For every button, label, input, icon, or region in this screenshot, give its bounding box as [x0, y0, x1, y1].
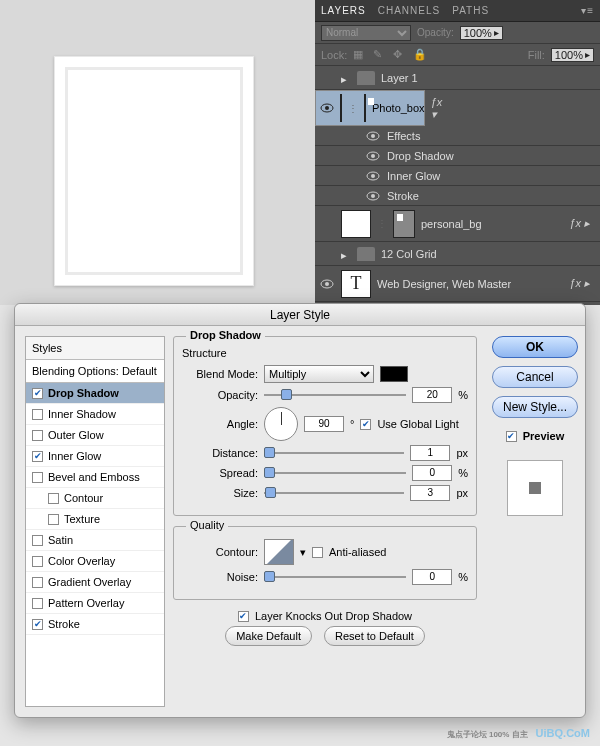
lock-label: Lock:	[321, 49, 347, 61]
spread-input[interactable]: 0	[412, 465, 452, 481]
layer-row-text[interactable]: T Web Designer, Web Master ƒx ▸	[315, 266, 600, 302]
panel-menu-icon[interactable]: ▾≡	[581, 5, 594, 16]
style-item-inner-glow[interactable]: ✔Inner Glow	[26, 446, 164, 467]
fill-label: Fill:	[528, 49, 545, 61]
eye-icon[interactable]	[319, 217, 335, 231]
eye-icon[interactable]	[319, 71, 335, 85]
style-checkbox[interactable]: ✔	[32, 451, 43, 462]
blend-mode-select[interactable]: Multiply	[264, 365, 374, 383]
layer-row-grid[interactable]: ▸ 12 Col Grid	[315, 242, 600, 266]
disclosure-icon[interactable]: ▸	[341, 249, 351, 259]
layer-row-layer1[interactable]: ▸ Layer 1	[315, 66, 600, 90]
knocks-out-checkbox[interactable]: ✔	[238, 611, 249, 622]
panel-tabs: LAYERS CHANNELS PATHS ▾≡	[315, 0, 600, 22]
fx-badge[interactable]: ƒx ▸	[569, 277, 596, 290]
fill-value[interactable]: 100% ▸	[551, 48, 594, 62]
lock-position-icon[interactable]: ✥	[393, 48, 407, 62]
style-checkbox[interactable]: ✔	[32, 388, 43, 399]
style-item-gradient-overlay[interactable]: Gradient Overlay	[26, 572, 164, 593]
layer-row-personal-bg[interactable]: ⋮ personal_bg ƒx ▸	[315, 206, 600, 242]
style-item-inner-shadow[interactable]: Inner Shadow	[26, 404, 164, 425]
effects-header[interactable]: Effects	[315, 126, 600, 146]
use-global-checkbox[interactable]: ✔	[360, 419, 371, 430]
style-checkbox[interactable]	[32, 409, 43, 420]
style-item-drop-shadow[interactable]: ✔Drop Shadow	[26, 383, 164, 404]
style-item-contour[interactable]: Contour	[26, 488, 164, 509]
layer-thumb	[340, 94, 342, 122]
angle-input[interactable]: 90	[304, 416, 344, 432]
dialog-title: Layer Style	[15, 304, 585, 326]
eye-icon[interactable]	[319, 277, 335, 291]
tab-channels[interactable]: CHANNELS	[378, 5, 440, 16]
lock-all-icon[interactable]: 🔒	[413, 48, 427, 62]
reset-default-button[interactable]: Reset to Default	[324, 626, 425, 646]
effect-inner-glow[interactable]: Inner Glow	[315, 166, 600, 186]
eye-icon[interactable]	[365, 129, 381, 143]
eye-icon[interactable]	[365, 189, 381, 203]
style-item-stroke[interactable]: ✔Stroke	[26, 614, 164, 635]
style-item-outer-glow[interactable]: Outer Glow	[26, 425, 164, 446]
size-slider[interactable]	[264, 486, 404, 500]
tab-paths[interactable]: PATHS	[452, 5, 489, 16]
opacity-slider[interactable]	[264, 388, 406, 402]
shadow-color-swatch[interactable]	[380, 366, 408, 382]
effect-stroke[interactable]: Stroke	[315, 186, 600, 206]
layer-row-photo-box[interactable]: ⋮ Photo_box ƒx ▾	[315, 90, 425, 126]
styles-header[interactable]: Styles	[26, 337, 164, 360]
svg-point-3	[371, 134, 375, 138]
photo-inner-frame	[65, 67, 243, 275]
style-checkbox[interactable]	[32, 556, 43, 567]
fx-badge[interactable]: ƒx ▾	[431, 96, 449, 121]
lock-transparency-icon[interactable]: ▦	[353, 48, 367, 62]
style-checkbox[interactable]	[32, 598, 43, 609]
angle-dial[interactable]	[264, 407, 298, 441]
style-item-bevel-and-emboss[interactable]: Bevel and Emboss	[26, 467, 164, 488]
disclosure-icon[interactable]: ▸	[341, 73, 351, 83]
svg-point-5	[371, 154, 375, 158]
style-checkbox[interactable]: ✔	[32, 619, 43, 630]
style-item-pattern-overlay[interactable]: Pattern Overlay	[26, 593, 164, 614]
lock-paint-icon[interactable]: ✎	[373, 48, 387, 62]
make-default-button[interactable]: Make Default	[225, 626, 312, 646]
eye-icon[interactable]	[320, 101, 334, 115]
opacity-input[interactable]: 20	[412, 387, 452, 403]
section-title: Drop Shadow	[186, 329, 265, 341]
noise-slider[interactable]	[264, 570, 406, 584]
size-input[interactable]: 3	[410, 485, 450, 501]
style-item-texture[interactable]: Texture	[26, 509, 164, 530]
style-checkbox[interactable]	[32, 577, 43, 588]
size-label: Size:	[182, 487, 258, 499]
folder-icon	[357, 71, 375, 85]
blending-options[interactable]: Blending Options: Default	[26, 360, 164, 383]
distance-slider[interactable]	[264, 446, 404, 460]
eye-icon[interactable]	[365, 149, 381, 163]
distance-input[interactable]: 1	[410, 445, 450, 461]
effect-drop-shadow[interactable]: Drop Shadow	[315, 146, 600, 166]
blend-mode-select[interactable]: Normal	[321, 25, 411, 41]
ok-button[interactable]: OK	[492, 336, 578, 358]
cancel-button[interactable]: Cancel	[492, 366, 578, 388]
style-item-color-overlay[interactable]: Color Overlay	[26, 551, 164, 572]
style-checkbox[interactable]	[32, 472, 43, 483]
opacity-label: Opacity:	[182, 389, 258, 401]
opacity-value[interactable]: 100% ▸	[460, 26, 503, 40]
svg-point-11	[325, 282, 329, 286]
eye-icon[interactable]	[319, 247, 335, 261]
fx-badge[interactable]: ƒx ▸	[569, 217, 596, 230]
eye-icon[interactable]	[365, 169, 381, 183]
style-checkbox[interactable]	[32, 430, 43, 441]
preview-checkbox[interactable]: ✔	[506, 431, 517, 442]
style-checkbox[interactable]	[48, 493, 59, 504]
folder-icon	[357, 247, 375, 261]
new-style-button[interactable]: New Style...	[492, 396, 578, 418]
anti-aliased-checkbox[interactable]	[312, 547, 323, 558]
tab-layers[interactable]: LAYERS	[321, 5, 366, 16]
style-checkbox[interactable]	[32, 535, 43, 546]
layer-thumb	[341, 210, 371, 238]
spread-slider[interactable]	[264, 466, 406, 480]
opacity-label: Opacity:	[417, 27, 454, 38]
noise-input[interactable]: 0	[412, 569, 452, 585]
style-checkbox[interactable]	[48, 514, 59, 525]
contour-picker[interactable]	[264, 539, 294, 565]
style-item-satin[interactable]: Satin	[26, 530, 164, 551]
